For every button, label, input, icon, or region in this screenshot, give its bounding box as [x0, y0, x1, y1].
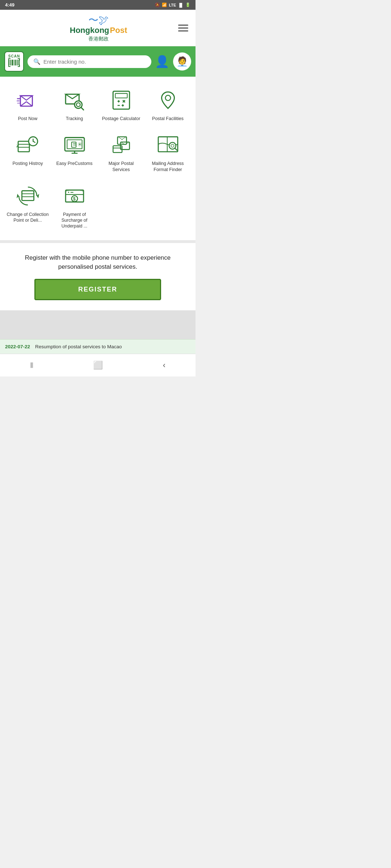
icon-label-mailing-address: Mailing Address Format Finder — [147, 161, 189, 173]
tracking-icon — [62, 88, 87, 113]
icon-label-postal-facilities: Postal Facilities — [152, 116, 184, 122]
svg-rect-1 — [10, 60, 11, 65]
svg-line-18 — [26, 102, 32, 106]
lte-icon: LTE — [169, 3, 176, 7]
news-text: Resumption of postal services to Macao — [35, 344, 122, 349]
logo-cn: 香港郵政 — [88, 36, 109, 42]
search-area: SCAN 🔍 👤 🧑‍ — [0, 46, 196, 77]
logo-area: 〜🕊 Hongkong Post 香港郵政 — [20, 13, 177, 42]
logo-text: Hongkong Post — [70, 26, 127, 35]
svg-rect-2 — [12, 60, 13, 65]
back-button[interactable]: ‹ — [156, 359, 173, 371]
register-button[interactable]: REGISTER — [34, 279, 161, 300]
svg-line-43 — [17, 146, 17, 147]
icon-item-easy-precustoms[interactable]: Easy PreCustoms — [52, 129, 97, 176]
icon-label-tracking: Tracking — [66, 116, 83, 122]
search-input[interactable] — [43, 59, 146, 65]
wifi-icon: 📶 — [162, 3, 167, 7]
mailing-address-icon — [155, 132, 181, 158]
svg-rect-37 — [18, 141, 29, 152]
signal-icon: ▐▌ — [178, 3, 184, 7]
svg-line-17 — [20, 102, 26, 106]
svg-line-25 — [81, 107, 83, 110]
chat-support-button[interactable]: 🧑‍💼 — [173, 52, 191, 71]
svg-rect-6 — [18, 60, 20, 65]
svg-rect-4 — [15, 60, 16, 65]
news-ticker: 2022-07-22 Resumption of postal services… — [0, 339, 196, 354]
logo-bird-icon: 〜🕊 — [88, 13, 109, 27]
app-header: 〜🕊 Hongkong Post 香港郵政 — [0, 10, 196, 46]
logo-post: Post — [110, 26, 127, 35]
svg-rect-28 — [115, 93, 127, 98]
post-now-icon — [15, 88, 41, 113]
menu-button[interactable] — [177, 23, 190, 33]
svg-marker-16 — [20, 96, 32, 100]
hamburger-line-3 — [178, 30, 188, 31]
icon-item-postage-calculator[interactable]: Postage Calculator — [98, 84, 144, 125]
svg-line-68 — [175, 148, 177, 150]
postage-calculator-icon — [109, 88, 134, 113]
chat-icon: 🧑‍💼 — [176, 56, 188, 67]
icon-label-change-collection: Change of Collection Point or Deli... — [7, 212, 49, 224]
scan-button[interactable]: SCAN — [4, 51, 24, 72]
status-bar: 4:49 🔕 📶 LTE ▐▌ 🔋 — [0, 0, 196, 10]
icon-item-major-postal[interactable]: Major Postal Services — [98, 129, 144, 176]
icon-item-mailing-address[interactable]: Mailing Address Format Finder — [145, 129, 190, 176]
icon-label-postage-calculator: Postage Calculator — [102, 116, 140, 122]
posting-history-icon — [15, 132, 41, 158]
status-icons: 🔕 📶 LTE ▐▌ 🔋 — [155, 3, 190, 7]
icon-item-tracking[interactable]: Tracking — [52, 84, 97, 125]
svg-rect-8 — [8, 58, 9, 60]
icon-item-postal-facilities[interactable]: Postal Facilities — [145, 84, 190, 125]
icon-label-post-now: Post Now — [18, 116, 38, 122]
register-section: Register with the mobile phone number to… — [0, 240, 196, 310]
recent-apps-button[interactable]: ⦀ — [23, 359, 41, 371]
icon-item-payment-surcharge[interactable]: $ Payment of Surcharge of Underpaid ... — [52, 180, 97, 233]
hamburger-line-1 — [178, 25, 188, 26]
svg-rect-10 — [19, 58, 20, 60]
search-input-wrap[interactable]: 🔍 — [28, 55, 151, 68]
register-description: Register with the mobile phone number to… — [7, 253, 188, 272]
icon-item-change-collection[interactable]: Change of Collection Point or Deli... — [5, 180, 50, 233]
mute-icon: 🔕 — [155, 3, 160, 7]
icon-item-post-now[interactable]: Post Now — [5, 84, 50, 125]
svg-text:$: $ — [73, 196, 75, 201]
hamburger-line-2 — [178, 27, 188, 29]
status-time: 4:49 — [5, 2, 14, 8]
svg-rect-12 — [8, 65, 9, 67]
svg-rect-14 — [19, 65, 20, 67]
bottom-nav: ⦀ ⬜ ‹ — [0, 354, 196, 376]
change-collection-icon — [15, 183, 41, 209]
major-postal-icon — [109, 132, 134, 158]
icon-label-payment-surcharge: Payment of Surcharge of Underpaid ... — [53, 212, 96, 229]
home-button[interactable]: ⬜ — [86, 359, 110, 371]
icon-label-major-postal: Major Postal Services — [100, 161, 142, 173]
scan-label: SCAN — [8, 54, 20, 58]
main-content: Post Now Tracking — [0, 77, 196, 240]
svg-rect-5 — [17, 60, 18, 65]
news-date: 2022-07-22 — [5, 344, 30, 349]
search-icon: 🔍 — [33, 58, 41, 65]
icon-item-posting-history[interactable]: Posting Histroy — [5, 129, 50, 176]
svg-rect-69 — [22, 191, 34, 200]
battery-icon: 🔋 — [185, 3, 190, 7]
svg-rect-0 — [8, 60, 9, 65]
svg-marker-23 — [66, 94, 79, 98]
svg-rect-3 — [14, 60, 14, 65]
user-icon[interactable]: 👤 — [155, 55, 169, 68]
payment-surcharge-icon: $ — [62, 183, 87, 209]
gray-spacer — [0, 310, 196, 339]
icon-label-posting-history: Posting Histroy — [12, 161, 43, 166]
easy-precustoms-icon — [62, 132, 87, 158]
logo-hk: Hongkong — [70, 26, 109, 35]
icon-grid: Post Now Tracking — [4, 84, 192, 233]
svg-point-36 — [165, 95, 170, 101]
barcode-icon — [8, 58, 20, 69]
icon-label-easy-precustoms: Easy PreCustoms — [56, 161, 92, 166]
postal-facilities-icon — [155, 88, 181, 113]
svg-rect-50 — [71, 142, 76, 147]
